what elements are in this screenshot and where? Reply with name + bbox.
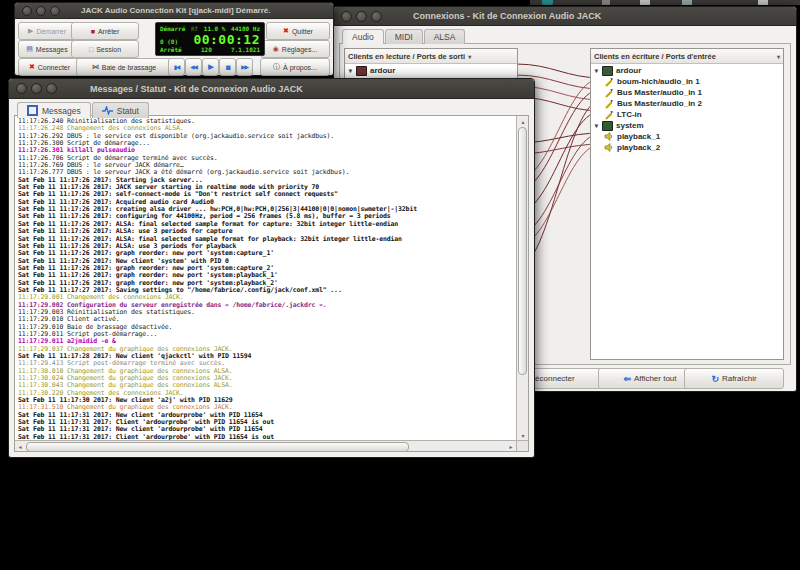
resize-grip[interactable] xyxy=(516,440,528,451)
stop-icon: ■ xyxy=(91,28,95,35)
refresh-button[interactable]: ↻ Rafraîchir xyxy=(684,368,784,389)
patchbay-icon: ⋈ xyxy=(92,63,99,71)
transport-state: Arrêté xyxy=(160,46,182,53)
dsp-load: 11.0 % xyxy=(204,25,226,32)
port-name: Bus Master/audio_in 2 xyxy=(617,99,702,108)
tab-audio[interactable]: Audio xyxy=(342,29,384,44)
port-name: Bus Master/audio_in 1 xyxy=(617,88,702,97)
port-name: playback_2 xyxy=(617,143,660,152)
audio-input-port-icon xyxy=(604,99,614,109)
sort-arrow-icon: ▾ xyxy=(468,53,471,60)
horizontal-scrollbar[interactable]: ◂ ▸ xyxy=(15,440,516,451)
scroll-left-icon[interactable]: ◂ xyxy=(15,441,25,451)
stop-button[interactable]: ■ Arrêter xyxy=(71,22,139,40)
maximize-icon[interactable] xyxy=(371,11,382,22)
bpm: 120 xyxy=(201,46,212,53)
vertical-scrollbar[interactable]: ▴ ▾ xyxy=(516,116,528,440)
main-titlebar[interactable]: JACK Audio Connection Kit [qjack-midi] D… xyxy=(15,3,333,19)
about-icon: ⓘ xyxy=(273,62,280,72)
transport-forward-button[interactable]: ▶▶ xyxy=(236,58,253,76)
expand-arrow-icon[interactable]: ▾ xyxy=(345,67,356,75)
messages-titlebar[interactable]: Messages / Statut - Kit de Connexion Aud… xyxy=(9,79,534,99)
patchbay-button[interactable]: ⋈ Baie de brassage xyxy=(76,58,172,76)
panel-icon[interactable] xyxy=(682,0,692,5)
client-icon xyxy=(356,66,367,76)
port-row[interactable]: LTC-in xyxy=(591,109,783,120)
expand-arrow-icon[interactable]: ▾ xyxy=(591,67,602,75)
horizontal-scroll-thumb[interactable] xyxy=(26,442,409,452)
vertical-scroll-thumb[interactable] xyxy=(518,127,527,375)
play-icon: ▶ xyxy=(28,27,33,35)
transport-play-button[interactable]: ▶ xyxy=(202,58,219,76)
minimize-icon[interactable] xyxy=(36,6,46,16)
about-button[interactable]: ⓘ À propos... xyxy=(260,58,330,76)
window-title: Messages / Statut - Kit de Connexion Aud… xyxy=(90,84,303,94)
pause-icon: ▮▮ xyxy=(225,64,229,70)
minimize-icon[interactable] xyxy=(31,83,42,94)
window-controls xyxy=(341,11,382,22)
tab-midi[interactable]: MIDI xyxy=(385,29,423,44)
port-row[interactable]: boum-hich/audio_in 1 xyxy=(591,76,783,87)
tab-messages[interactable]: Messages xyxy=(17,102,91,118)
port-row[interactable]: Bus Master/audio_in 1 xyxy=(591,87,783,98)
port-name: playback_1 xyxy=(617,132,660,141)
panel-launcher-icon[interactable] xyxy=(542,0,553,5)
transport-rewind-button[interactable]: ◀◀ xyxy=(185,58,202,76)
scroll-down-icon[interactable]: ▾ xyxy=(518,430,528,440)
start-button[interactable]: ▶ Démarrer xyxy=(18,22,76,40)
close-icon[interactable] xyxy=(16,83,27,94)
close-icon[interactable] xyxy=(22,6,32,16)
messages-icon: ▤ xyxy=(26,45,33,53)
maximize-icon[interactable] xyxy=(46,83,57,94)
connect-button[interactable]: ✖ Connecter xyxy=(18,58,81,76)
port-name: LTC-in xyxy=(617,110,642,119)
speaker-icon xyxy=(604,132,614,141)
window-controls xyxy=(22,6,60,16)
connections-tabbar: Audio MIDI ALSA xyxy=(334,26,796,43)
panel-icon[interactable] xyxy=(602,0,610,5)
main-body: ▶ Démarrer ■ Arrêter ✖ Quitter ▤ Message… xyxy=(15,19,333,74)
skip-backward-icon: ▮◀ xyxy=(174,64,179,70)
status-display: Démarré RT 11.0 % 44100 Hz 0 (0) 00:00:1… xyxy=(155,22,265,56)
speaker-icon xyxy=(604,143,614,152)
client-row[interactable]: ▾ardour xyxy=(591,65,783,76)
panel-icon[interactable] xyxy=(640,0,650,5)
session-icon: □ xyxy=(89,46,93,53)
minimize-icon[interactable] xyxy=(356,11,367,22)
transport-pause-button[interactable]: ▮▮ xyxy=(219,58,236,76)
forward-icon: ▶▶ xyxy=(241,64,247,70)
panel-icon[interactable] xyxy=(758,0,768,5)
scroll-right-icon[interactable]: ▸ xyxy=(506,441,516,451)
maximize-icon[interactable] xyxy=(50,6,60,16)
port-row[interactable]: playback_1 xyxy=(591,131,783,142)
messages-button[interactable]: ▤ Messages xyxy=(18,40,76,58)
xrun-count: 0 (0) xyxy=(160,38,178,45)
client-name: system xyxy=(616,121,644,130)
tab-alsa[interactable]: ALSA xyxy=(424,29,466,44)
writable-clients-panel: Clients en écriture / Ports d'entrée▾ ▾a… xyxy=(590,48,784,360)
expand-arrow-icon[interactable]: ▾ xyxy=(591,122,602,130)
client-row[interactable]: ▾system xyxy=(591,120,783,131)
close-icon[interactable] xyxy=(341,11,352,22)
session-button[interactable]: □ Session xyxy=(71,40,139,58)
scroll-up-icon[interactable]: ▴ xyxy=(518,116,528,126)
settings-button[interactable]: ◉ Réglages... xyxy=(260,40,330,58)
connections-titlebar[interactable]: Connexions - Kit de Connexion Audio JACK xyxy=(334,7,796,26)
window-controls xyxy=(16,83,57,94)
transport-skip-backward-button[interactable]: ▮◀ xyxy=(168,58,185,76)
sample-rate: 44100 Hz xyxy=(231,25,260,32)
client-row[interactable]: ▾ardour xyxy=(345,65,517,76)
audio-input-port-icon xyxy=(604,88,614,98)
window-title: JACK Audio Connection Kit [qjack-midi] D… xyxy=(81,6,271,15)
bbt: 7.1.1021 xyxy=(231,46,260,53)
realtime-indicator: RT xyxy=(191,25,198,32)
readable-clients-header[interactable]: Clients en lecture / Ports de sorti▾ xyxy=(345,49,517,64)
server-status: Démarré xyxy=(160,25,185,32)
writable-clients-header[interactable]: Clients en écriture / Ports d'entrée▾ xyxy=(591,49,783,64)
client-name: ardour xyxy=(616,66,641,75)
log-view[interactable]: 11:17:26.240 Réinitialisation des statis… xyxy=(15,116,516,440)
quit-button[interactable]: ✖ Quitter xyxy=(266,22,330,40)
port-row[interactable]: playback_2 xyxy=(591,142,783,153)
tab-status[interactable]: Statut xyxy=(92,102,149,118)
port-row[interactable]: Bus Master/audio_in 2 xyxy=(591,98,783,109)
